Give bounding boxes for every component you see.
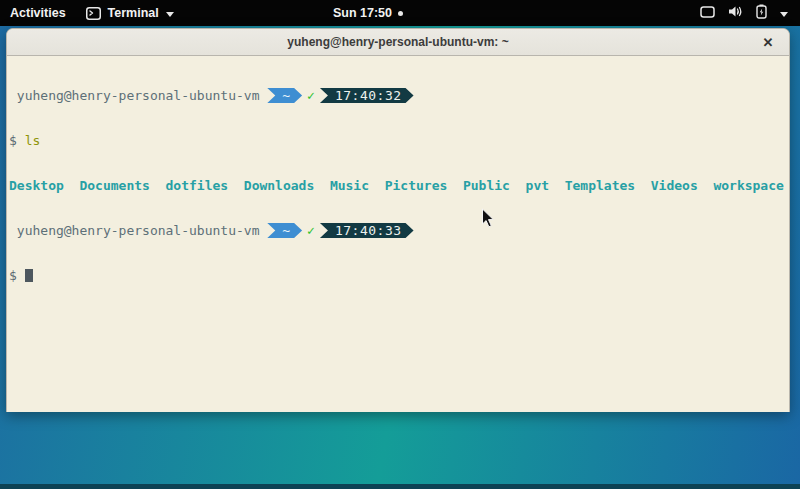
clock-label: Sun 17:50 [333, 6, 392, 20]
screen: Activities Terminal Sun 17:50 [0, 0, 800, 489]
terminal-window: yuheng@henry-personal-ubuntu-vm: ~ ✕ yuh… [6, 28, 790, 412]
volume-icon [728, 5, 743, 21]
prompt-user: yuheng@henry-personal-ubuntu-vm [9, 88, 267, 103]
prompt-time-segment: 17:40:33 [320, 223, 414, 238]
battery-charging-icon [756, 4, 767, 22]
command-text: ls [25, 133, 41, 148]
window-titlebar[interactable]: yuheng@henry-personal-ubuntu-vm: ~ ✕ [7, 29, 789, 56]
close-button[interactable]: ✕ [757, 29, 779, 56]
system-tray-button[interactable] [694, 0, 794, 26]
app-menu-label: Terminal [108, 6, 159, 20]
status-check-icon: ✓ [302, 223, 320, 238]
clock-button[interactable]: Sun 17:50 [333, 6, 403, 20]
terminal-cursor [25, 269, 33, 282]
prompt-line: yuheng@henry-personal-ubuntu-vm ~✓17:40:… [9, 223, 789, 238]
command-line: $ ls [9, 133, 789, 148]
top-bar: Activities Terminal Sun 17:50 [0, 0, 800, 26]
ls-output-line: Desktop Documents dotfiles Downloads Mus… [9, 178, 789, 193]
prompt-path-segment: ~ [267, 88, 302, 103]
app-menu-button[interactable]: Terminal [86, 6, 174, 20]
chevron-down-icon [780, 12, 788, 17]
prompt-line: yuheng@henry-personal-ubuntu-vm ~✓17:40:… [9, 88, 789, 103]
current-input-line: $ [9, 268, 789, 283]
terminal-screen[interactable]: yuheng@henry-personal-ubuntu-vm ~✓17:40:… [7, 56, 789, 412]
activities-button[interactable]: Activities [10, 6, 66, 20]
prompt-dollar: $ [9, 133, 25, 148]
screen-icon [700, 6, 715, 21]
status-check-icon: ✓ [302, 88, 320, 103]
prompt-user: yuheng@henry-personal-ubuntu-vm [9, 223, 267, 238]
terminal-app-icon [86, 7, 101, 20]
prompt-time-segment: 17:40:32 [320, 88, 414, 103]
desktop-bottom-edge [0, 484, 800, 489]
mouse-cursor-icon [481, 208, 494, 232]
window-title: yuheng@henry-personal-ubuntu-vm: ~ [287, 35, 508, 49]
chevron-down-icon [166, 12, 174, 17]
prompt-path-segment: ~ [267, 223, 302, 238]
notification-dot-icon [398, 11, 403, 16]
prompt-dollar: $ [9, 268, 25, 283]
